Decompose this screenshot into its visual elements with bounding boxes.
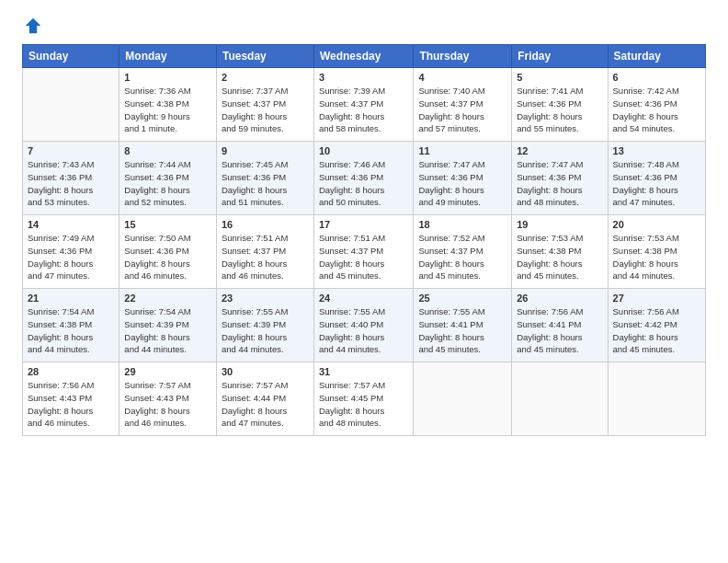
day-number: 11 bbox=[418, 145, 506, 156]
page: SundayMondayTuesdayWednesdayThursdayFrid… bbox=[0, 0, 728, 563]
day-number: 23 bbox=[222, 293, 309, 304]
calendar-cell: 6Sunrise: 7:42 AMSunset: 4:36 PMDaylight… bbox=[608, 68, 705, 142]
calendar-cell: 11Sunrise: 7:47 AMSunset: 4:36 PMDayligh… bbox=[414, 142, 512, 215]
calendar-cell bbox=[414, 362, 512, 436]
calendar-cell: 25Sunrise: 7:55 AMSunset: 4:41 PMDayligh… bbox=[414, 289, 512, 362]
day-number: 31 bbox=[319, 366, 408, 377]
calendar-cell: 14Sunrise: 7:49 AMSunset: 4:36 PMDayligh… bbox=[23, 215, 119, 289]
day-info: Sunrise: 7:56 AMSunset: 4:41 PMDaylight:… bbox=[517, 305, 602, 356]
calendar-cell: 8Sunrise: 7:44 AMSunset: 4:36 PMDaylight… bbox=[119, 142, 217, 215]
day-info: Sunrise: 7:36 AMSunset: 4:38 PMDaylight:… bbox=[124, 85, 211, 135]
day-number: 28 bbox=[28, 366, 114, 377]
day-info: Sunrise: 7:53 AMSunset: 4:38 PMDaylight:… bbox=[517, 232, 602, 282]
day-number: 4 bbox=[418, 72, 506, 83]
col-header-wednesday: Wednesday bbox=[313, 45, 413, 68]
day-number: 12 bbox=[517, 145, 602, 156]
calendar-cell: 5Sunrise: 7:41 AMSunset: 4:36 PMDaylight… bbox=[512, 68, 608, 142]
day-number: 16 bbox=[222, 219, 309, 230]
day-number: 29 bbox=[124, 366, 211, 377]
day-info: Sunrise: 7:51 AMSunset: 4:37 PMDaylight:… bbox=[319, 232, 408, 282]
day-info: Sunrise: 7:40 AMSunset: 4:37 PMDaylight:… bbox=[418, 85, 506, 135]
day-info: Sunrise: 7:55 AMSunset: 4:41 PMDaylight:… bbox=[418, 305, 506, 356]
col-header-friday: Friday bbox=[512, 45, 608, 68]
day-number: 8 bbox=[124, 145, 211, 156]
day-info: Sunrise: 7:47 AMSunset: 4:36 PMDaylight:… bbox=[517, 158, 602, 209]
calendar-cell: 17Sunrise: 7:51 AMSunset: 4:37 PMDayligh… bbox=[313, 215, 413, 289]
calendar-cell: 31Sunrise: 7:57 AMSunset: 4:45 PMDayligh… bbox=[313, 362, 413, 436]
calendar-cell: 13Sunrise: 7:48 AMSunset: 4:36 PMDayligh… bbox=[608, 142, 705, 215]
day-number: 2 bbox=[222, 72, 309, 83]
calendar-cell: 12Sunrise: 7:47 AMSunset: 4:36 PMDayligh… bbox=[512, 142, 608, 215]
day-number: 20 bbox=[613, 219, 700, 230]
calendar-cell: 30Sunrise: 7:57 AMSunset: 4:44 PMDayligh… bbox=[216, 362, 313, 436]
calendar-cell: 24Sunrise: 7:55 AMSunset: 4:40 PMDayligh… bbox=[313, 289, 413, 362]
calendar-cell: 21Sunrise: 7:54 AMSunset: 4:38 PMDayligh… bbox=[23, 289, 119, 362]
day-info: Sunrise: 7:48 AMSunset: 4:36 PMDaylight:… bbox=[613, 158, 700, 209]
day-info: Sunrise: 7:47 AMSunset: 4:36 PMDaylight:… bbox=[418, 158, 506, 209]
day-info: Sunrise: 7:49 AMSunset: 4:36 PMDaylight:… bbox=[28, 232, 114, 282]
day-info: Sunrise: 7:57 AMSunset: 4:45 PMDaylight:… bbox=[319, 379, 408, 430]
col-header-tuesday: Tuesday bbox=[216, 45, 313, 68]
day-number: 25 bbox=[418, 293, 506, 304]
calendar-cell: 27Sunrise: 7:56 AMSunset: 4:42 PMDayligh… bbox=[608, 289, 705, 362]
day-number: 24 bbox=[319, 293, 408, 304]
day-number: 21 bbox=[28, 293, 114, 304]
day-number: 1 bbox=[124, 72, 211, 83]
calendar-cell: 1Sunrise: 7:36 AMSunset: 4:38 PMDaylight… bbox=[119, 68, 217, 142]
day-number: 7 bbox=[28, 145, 114, 156]
day-number: 30 bbox=[222, 366, 309, 377]
day-number: 10 bbox=[319, 145, 408, 156]
calendar-cell: 20Sunrise: 7:53 AMSunset: 4:38 PMDayligh… bbox=[608, 215, 705, 289]
col-header-saturday: Saturday bbox=[608, 45, 705, 68]
day-info: Sunrise: 7:55 AMSunset: 4:40 PMDaylight:… bbox=[319, 305, 408, 356]
calendar-cell: 3Sunrise: 7:39 AMSunset: 4:37 PMDaylight… bbox=[313, 68, 413, 142]
calendar-cell: 29Sunrise: 7:57 AMSunset: 4:43 PMDayligh… bbox=[119, 362, 217, 436]
col-header-monday: Monday bbox=[119, 45, 217, 68]
day-number: 5 bbox=[517, 72, 602, 83]
day-info: Sunrise: 7:42 AMSunset: 4:36 PMDaylight:… bbox=[613, 85, 700, 135]
week-row-2: 7Sunrise: 7:43 AMSunset: 4:36 PMDaylight… bbox=[23, 142, 706, 215]
week-row-3: 14Sunrise: 7:49 AMSunset: 4:36 PMDayligh… bbox=[23, 215, 706, 289]
header bbox=[22, 17, 706, 35]
header-row: SundayMondayTuesdayWednesdayThursdayFrid… bbox=[23, 45, 706, 68]
day-info: Sunrise: 7:52 AMSunset: 4:37 PMDaylight:… bbox=[418, 232, 506, 282]
calendar-cell: 22Sunrise: 7:54 AMSunset: 4:39 PMDayligh… bbox=[119, 289, 217, 362]
calendar-cell: 10Sunrise: 7:46 AMSunset: 4:36 PMDayligh… bbox=[313, 142, 413, 215]
day-info: Sunrise: 7:53 AMSunset: 4:38 PMDaylight:… bbox=[613, 232, 700, 282]
day-number: 15 bbox=[124, 219, 211, 230]
day-number: 14 bbox=[28, 219, 114, 230]
day-number: 19 bbox=[517, 219, 602, 230]
day-number: 6 bbox=[613, 72, 700, 83]
day-info: Sunrise: 7:46 AMSunset: 4:36 PMDaylight:… bbox=[319, 158, 408, 209]
week-row-5: 28Sunrise: 7:56 AMSunset: 4:43 PMDayligh… bbox=[23, 362, 706, 436]
day-info: Sunrise: 7:55 AMSunset: 4:39 PMDaylight:… bbox=[222, 305, 309, 356]
calendar-cell: 9Sunrise: 7:45 AMSunset: 4:36 PMDaylight… bbox=[216, 142, 313, 215]
day-info: Sunrise: 7:43 AMSunset: 4:36 PMDaylight:… bbox=[28, 158, 114, 209]
col-header-thursday: Thursday bbox=[414, 45, 512, 68]
logo bbox=[22, 17, 44, 35]
day-number: 27 bbox=[613, 293, 700, 304]
day-number: 13 bbox=[613, 145, 700, 156]
day-info: Sunrise: 7:57 AMSunset: 4:44 PMDaylight:… bbox=[222, 379, 309, 430]
day-info: Sunrise: 7:54 AMSunset: 4:38 PMDaylight:… bbox=[28, 305, 114, 356]
calendar-cell: 28Sunrise: 7:56 AMSunset: 4:43 PMDayligh… bbox=[23, 362, 119, 436]
svg-marker-0 bbox=[26, 18, 41, 34]
calendar-cell: 26Sunrise: 7:56 AMSunset: 4:41 PMDayligh… bbox=[512, 289, 608, 362]
day-number: 17 bbox=[319, 219, 408, 230]
day-info: Sunrise: 7:51 AMSunset: 4:37 PMDaylight:… bbox=[222, 232, 309, 282]
day-number: 22 bbox=[124, 293, 211, 304]
week-row-4: 21Sunrise: 7:54 AMSunset: 4:38 PMDayligh… bbox=[23, 289, 706, 362]
calendar-cell: 19Sunrise: 7:53 AMSunset: 4:38 PMDayligh… bbox=[512, 215, 608, 289]
day-info: Sunrise: 7:37 AMSunset: 4:37 PMDaylight:… bbox=[222, 85, 309, 135]
day-number: 26 bbox=[517, 293, 602, 304]
day-info: Sunrise: 7:45 AMSunset: 4:36 PMDaylight:… bbox=[222, 158, 309, 209]
day-info: Sunrise: 7:56 AMSunset: 4:43 PMDaylight:… bbox=[28, 379, 114, 430]
day-number: 9 bbox=[222, 145, 309, 156]
calendar-cell bbox=[512, 362, 608, 436]
col-header-sunday: Sunday bbox=[23, 45, 119, 68]
week-row-1: 1Sunrise: 7:36 AMSunset: 4:38 PMDaylight… bbox=[23, 68, 706, 142]
calendar-cell bbox=[23, 68, 119, 142]
calendar-cell: 18Sunrise: 7:52 AMSunset: 4:37 PMDayligh… bbox=[414, 215, 512, 289]
calendar-cell: 15Sunrise: 7:50 AMSunset: 4:36 PMDayligh… bbox=[119, 215, 217, 289]
day-info: Sunrise: 7:54 AMSunset: 4:39 PMDaylight:… bbox=[124, 305, 211, 356]
